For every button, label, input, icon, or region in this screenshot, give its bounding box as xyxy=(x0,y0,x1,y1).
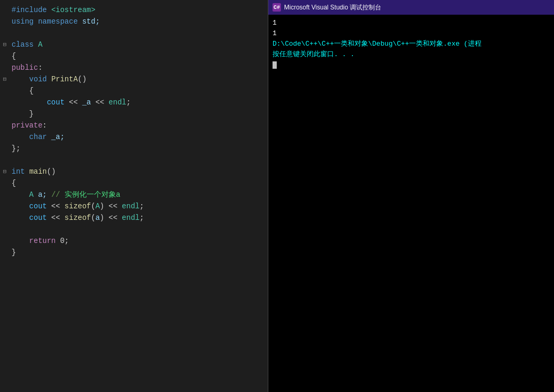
code-content: }; xyxy=(9,143,268,154)
code-token: A xyxy=(29,190,34,199)
code-token: _a; xyxy=(47,133,65,141)
code-token: << xyxy=(47,202,65,210)
code-content: private: xyxy=(9,120,268,131)
code-line: cout << _a << endl; xyxy=(0,97,268,108)
code-token: class xyxy=(12,40,34,49)
code-content: cout << _a << endl; xyxy=(9,97,268,108)
code-line: { xyxy=(0,50,268,62)
code-line: cout << sizeof(a) << endl; xyxy=(0,212,268,224)
code-token: return xyxy=(29,237,56,245)
fold-gutter[interactable]: ⊟ xyxy=(0,73,9,85)
code-content: return 0; xyxy=(9,235,268,247)
console-title: Microsoft Visual Studio 调试控制台 xyxy=(284,3,381,12)
fold-gutter[interactable]: ⊟ xyxy=(0,166,9,177)
code-content: } xyxy=(9,247,268,258)
code-token: () xyxy=(47,167,56,176)
code-token: PrintA xyxy=(51,75,78,83)
code-token: } xyxy=(12,110,34,118)
code-token: : xyxy=(43,121,47,130)
code-content: public: xyxy=(9,62,268,73)
code-token: ( xyxy=(91,202,95,210)
code-token: sizeof xyxy=(65,214,91,222)
code-token: << xyxy=(91,98,109,107)
code-line: private: xyxy=(0,120,268,131)
code-line xyxy=(0,154,268,166)
code-token: namespace xyxy=(38,17,78,26)
code-line: { xyxy=(0,177,268,189)
code-content: class A xyxy=(9,39,268,50)
code-line: return 0; xyxy=(0,235,268,247)
code-token: 实例化一个对象a xyxy=(65,190,120,199)
code-token: 0; xyxy=(56,237,69,245)
code-content: void PrintA() xyxy=(9,73,268,85)
code-token xyxy=(25,167,29,176)
code-token: ) << xyxy=(100,202,122,210)
code-token: sizeof xyxy=(65,202,91,210)
code-content: cout << sizeof(A) << endl; xyxy=(9,200,268,212)
code-token: ; xyxy=(126,98,130,107)
code-token: cout xyxy=(29,214,47,222)
code-token xyxy=(12,75,29,83)
code-line: }; xyxy=(0,143,268,154)
console-icon-text: C# xyxy=(274,5,280,10)
fold-gutter[interactable]: ⊟ xyxy=(0,39,9,50)
code-content xyxy=(9,154,268,166)
code-content: int main() xyxy=(9,166,268,177)
code-token xyxy=(47,75,51,83)
code-token: { xyxy=(12,87,34,95)
code-token: void xyxy=(29,75,47,83)
console-panel: C# Microsoft Visual Studio 调试控制台 11D:\Co… xyxy=(268,0,554,392)
code-line: ⊟int main() xyxy=(0,166,268,177)
code-token: public xyxy=(12,63,38,72)
code-token: { xyxy=(12,179,16,187)
console-cursor-line xyxy=(273,60,550,70)
code-line: public: xyxy=(0,62,268,73)
code-token: ) << xyxy=(100,214,122,222)
code-content: { xyxy=(9,50,268,62)
code-token: private xyxy=(12,121,43,130)
code-token: <iostream> xyxy=(51,6,96,14)
code-line xyxy=(0,27,268,39)
code-token: std; xyxy=(78,17,100,26)
console-line: 按任意键关闭此窗口. . . xyxy=(273,49,550,60)
code-token: ; xyxy=(140,202,144,210)
code-token: cout xyxy=(29,202,47,210)
code-line: } xyxy=(0,247,268,258)
code-line: cout << sizeof(A) << endl; xyxy=(0,200,268,212)
code-content xyxy=(9,224,268,235)
code-content: } xyxy=(9,108,268,120)
code-line: char _a; xyxy=(0,131,268,143)
code-token: cout xyxy=(47,98,65,107)
code-content: using namespace std; xyxy=(9,16,268,27)
code-token: }; xyxy=(12,144,20,153)
code-token xyxy=(12,237,29,245)
code-token xyxy=(12,214,29,222)
console-line: 1 xyxy=(273,18,550,28)
code-token: { xyxy=(12,52,16,60)
code-token: a xyxy=(96,214,100,222)
code-content: { xyxy=(9,177,268,189)
code-token: : xyxy=(38,63,42,72)
code-editor[interactable]: #include <iostream>using namespace std; … xyxy=(0,0,268,392)
code-token: ( xyxy=(91,214,95,222)
code-token: // xyxy=(47,190,65,199)
code-token: endl xyxy=(122,202,140,210)
code-token: int xyxy=(12,167,25,176)
code-line: #include <iostream> xyxy=(0,4,268,16)
code-token xyxy=(12,202,29,210)
code-token: main xyxy=(29,167,47,176)
code-token: << xyxy=(65,98,82,107)
code-content: { xyxy=(9,85,268,97)
console-app-icon: C# xyxy=(273,3,281,12)
code-content: A a; // 实例化一个对象a xyxy=(9,189,268,200)
console-line: 1 xyxy=(273,28,550,39)
code-line: { xyxy=(0,85,268,97)
code-token xyxy=(12,133,29,141)
code-token: using xyxy=(12,17,34,26)
code-token xyxy=(12,190,29,199)
console-titlebar: C# Microsoft Visual Studio 调试控制台 xyxy=(268,0,554,15)
code-token: () xyxy=(78,75,87,83)
code-content: char _a; xyxy=(9,131,268,143)
code-line: ⊟class A xyxy=(0,39,268,50)
code-line: using namespace std; xyxy=(0,16,268,27)
